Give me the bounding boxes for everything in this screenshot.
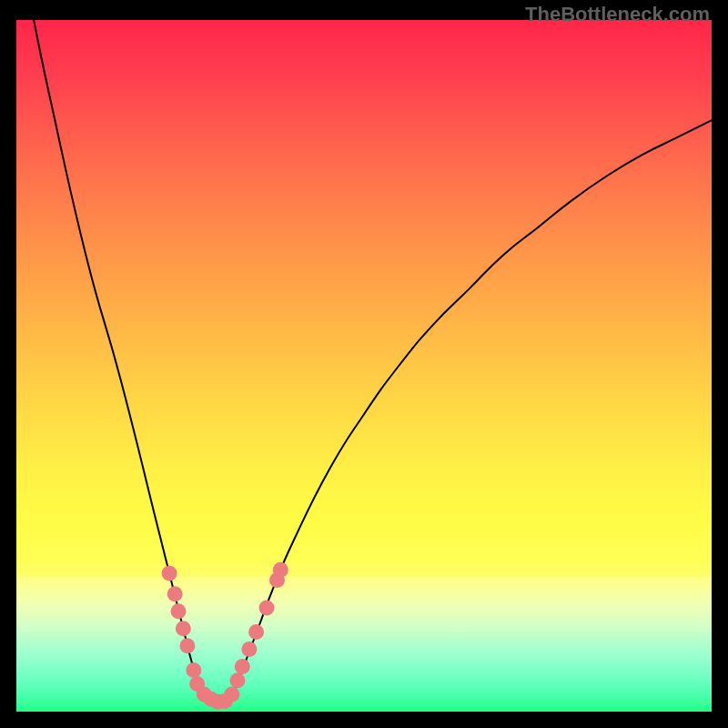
watermark-text: TheBottleneck.com <box>525 3 710 26</box>
right-curve <box>221 120 712 703</box>
curve-marker <box>273 562 288 578</box>
curve-marker <box>176 621 191 636</box>
curve-marker <box>235 659 250 674</box>
curve-marker <box>179 638 195 653</box>
curve-marker <box>224 687 239 703</box>
curve-marker <box>259 601 275 616</box>
curve-marker <box>229 672 245 688</box>
curve-marker <box>171 603 187 619</box>
curve-marker <box>167 586 183 602</box>
curve-marker <box>162 566 177 581</box>
curve-marker <box>241 642 257 657</box>
markers-left-group <box>162 566 233 710</box>
chart-svg <box>16 20 712 712</box>
curve-marker <box>248 624 264 640</box>
left-curve <box>34 20 221 703</box>
markers-right-group <box>224 562 288 703</box>
curve-marker <box>186 662 201 678</box>
chart-area <box>16 20 712 712</box>
